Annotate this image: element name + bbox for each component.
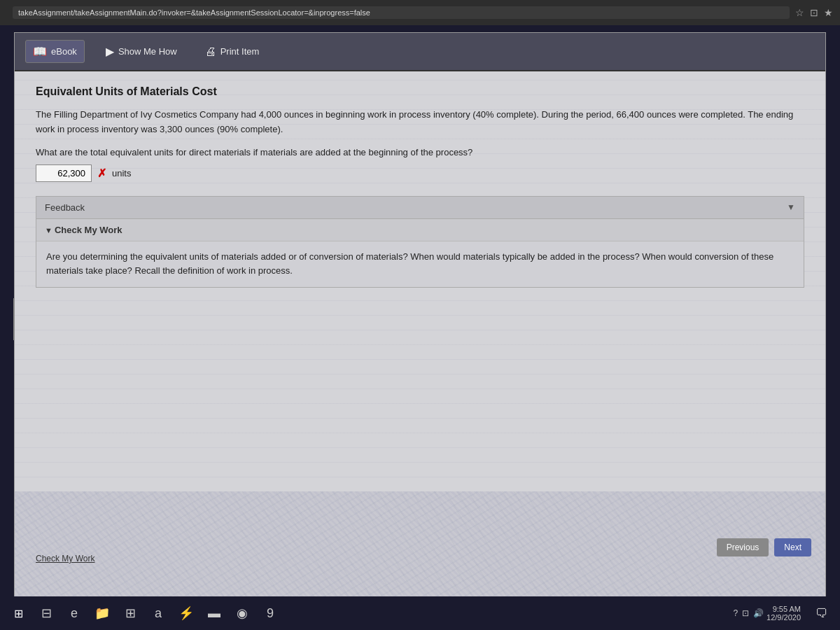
bookmark-icon[interactable]: ⊡ <box>810 7 818 18</box>
browser-bar: takeAssignment/takeAssignmentMain.do?inv… <box>0 0 840 25</box>
ebook-label: eBook <box>51 46 77 57</box>
system-tray: ? ⊡ 🔊 <box>733 608 764 618</box>
feedback-label: Feedback <box>45 202 85 213</box>
notification-button[interactable]: 🗨 <box>809 601 834 626</box>
circle-button[interactable]: ◉ <box>230 601 255 626</box>
print-icon: 🖨 <box>205 46 216 58</box>
clock-time: 9:55 AM <box>766 605 801 613</box>
question-tray-icon: ? <box>733 608 738 618</box>
pin-icon[interactable]: ★ <box>824 7 833 18</box>
answer-row: ✗ units <box>36 164 804 182</box>
taskbar-clock: 9:55 AM 12/9/2020 <box>766 605 801 622</box>
text-taskbar-button[interactable]: a <box>146 601 171 626</box>
feedback-content: Are you determining the equivalent units… <box>36 241 804 288</box>
next-button[interactable]: Next <box>774 538 811 556</box>
answer-input[interactable] <box>36 164 92 182</box>
browser-icons: ☆ ⊡ ★ <box>795 7 833 18</box>
question-body: The Filling Department of Ivy Cosmetics … <box>36 108 804 137</box>
question-prompt: What are the total equivalent units for … <box>36 147 804 158</box>
question-title: Equivalent Units of Materials Cost <box>36 85 804 98</box>
audio-tray-icon: 🔊 <box>753 608 764 618</box>
nine-button[interactable]: 9 <box>258 601 283 626</box>
grid-taskbar-button[interactable]: ⊞ <box>118 601 143 626</box>
print-item-button[interactable]: 🖨 Print Item <box>198 41 267 62</box>
feedback-header[interactable]: Feedback ▼ <box>36 197 804 219</box>
start-button[interactable]: ⊞ <box>6 601 31 626</box>
previous-button[interactable]: Previous <box>717 538 769 556</box>
show-me-how-button[interactable]: ▶ Show Me How <box>99 41 184 62</box>
feedback-arrow-icon: ▼ <box>787 202 795 212</box>
wrong-marker: ✗ <box>97 167 106 180</box>
lightning-button[interactable]: ⚡ <box>174 601 199 626</box>
search-taskbar-button[interactable]: ⊟ <box>34 601 59 626</box>
check-my-work-header[interactable]: Check My Work <box>36 219 804 241</box>
main-wrapper: 📖 eBook ▶ Show Me How 🖨 Print Item Equiv… <box>14 32 826 606</box>
feedback-section: Feedback ▼ Check My Work Are you determi… <box>36 196 804 288</box>
ebook-icon: 📖 <box>33 45 47 58</box>
star-icon[interactable]: ☆ <box>795 7 804 18</box>
window-tray-icon: ⊡ <box>742 608 749 618</box>
check-my-work-bottom-link[interactable]: Check My Work <box>36 554 94 564</box>
show-me-how-label: Show Me How <box>118 46 177 57</box>
ebook-button[interactable]: 📖 eBook <box>25 40 85 63</box>
media-button[interactable]: ▬ <box>202 601 227 626</box>
content-area: Equivalent Units of Materials Cost The F… <box>15 71 825 491</box>
show-me-how-icon: ▶ <box>106 45 114 58</box>
page-nav: Previous Next <box>717 538 811 556</box>
print-item-label: Print Item <box>220 46 260 57</box>
url-bar[interactable]: takeAssignment/takeAssignmentMain.do?inv… <box>13 6 790 19</box>
edge-button[interactable]: e <box>62 601 87 626</box>
clock-date: 12/9/2020 <box>766 613 801 622</box>
answer-unit: units <box>112 168 131 178</box>
taskbar: ⊞ ⊟ e 📁 ⊞ a ⚡ ▬ ◉ 9 ? ⊡ 🔊 9:55 AM 12/9/2… <box>0 596 840 630</box>
toolbar: 📖 eBook ▶ Show Me How 🖨 Print Item <box>15 33 825 71</box>
folder-button[interactable]: 📁 <box>90 601 115 626</box>
